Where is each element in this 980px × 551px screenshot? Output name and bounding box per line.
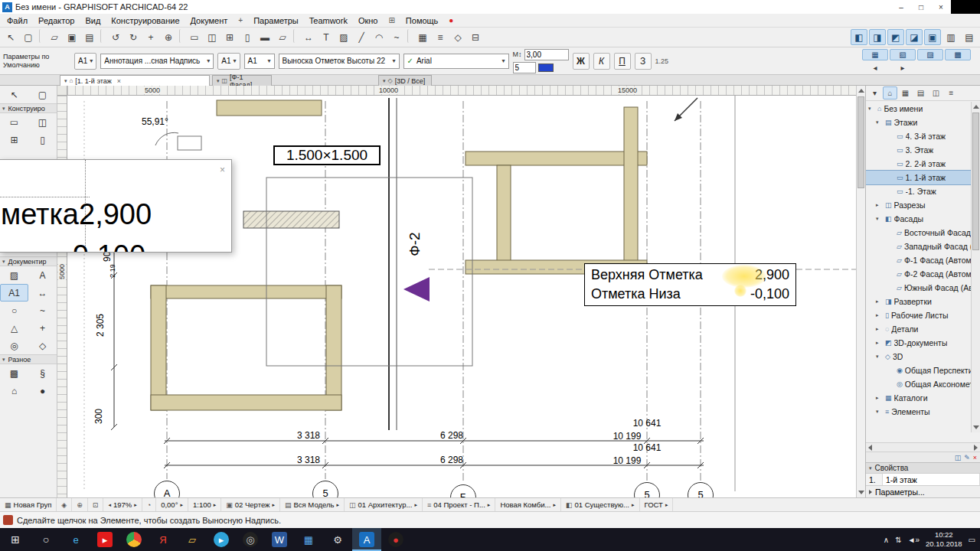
redo-icon[interactable]: ↻ <box>125 29 142 45</box>
tree-item[interactable]: ▭ 4. 3-й этаж <box>866 129 980 143</box>
expand-arrow-icon[interactable]: ▾ <box>876 354 883 360</box>
minimize-button[interactable]: – <box>891 0 911 14</box>
tree-item[interactable]: ▭ 3. Этаж <box>866 143 980 157</box>
tree-item[interactable]: ▸ ◨ Развертки <box>866 295 980 308</box>
arc-icon[interactable]: ◠ <box>371 29 387 45</box>
dropdown-arrow-icon[interactable]: ▸ <box>665 502 668 508</box>
tree-item[interactable]: ▱ Западный Фасад (А <box>866 240 980 253</box>
marquee-tool-icon[interactable]: ▢ <box>20 29 37 45</box>
circle-tool[interactable]: ○ <box>0 302 28 319</box>
column-tool[interactable]: ▯ <box>28 131 57 148</box>
design-menu[interactable]: Конструирование <box>106 14 185 28</box>
crosshair-icon[interactable]: + <box>233 14 248 28</box>
font-size-input[interactable] <box>524 49 569 60</box>
opt-view4-icon[interactable]: ▩ <box>945 49 971 60</box>
maximize-button[interactable]: □ <box>911 0 931 14</box>
camera-view-icon[interactable]: ▣ <box>924 29 941 45</box>
tree-item[interactable]: ◉ Общая Перспектива <box>866 364 980 377</box>
3d-view-icon[interactable]: ◪ <box>906 29 923 45</box>
nav-settings-icon[interactable]: ≡ <box>944 86 959 99</box>
tree-item[interactable]: ▾ ▤ Этажи <box>866 116 980 129</box>
dropdown-arrow-icon[interactable]: ▸ <box>553 502 556 508</box>
snap-icon[interactable]: ◇ <box>449 29 466 45</box>
scroll-left-icon[interactable] <box>868 445 872 451</box>
archicad-icon[interactable]: A <box>352 528 381 551</box>
navigator-scrollbar[interactable] <box>971 102 980 432</box>
zoom-icon[interactable]: ⊕ <box>160 29 177 45</box>
object-tool[interactable]: ⌂ <box>0 382 28 399</box>
dropdown-arrow-icon[interactable]: ▸ <box>180 502 183 508</box>
clock[interactable]: 10:22 20.10.2018 <box>926 530 962 549</box>
layout-book-icon[interactable]: ▤ <box>913 86 928 99</box>
tab-3d[interactable]: ▾ ◇ [3D / Все] <box>378 75 432 86</box>
properties-header[interactable]: ▾ Свойства <box>866 462 980 473</box>
standard-combo[interactable]: ГОСТ ▸ <box>640 498 674 512</box>
scroll-left-icon[interactable]: ◂ <box>862 62 888 73</box>
pan-icon[interactable]: + <box>142 29 159 45</box>
dropdown-arrow-icon[interactable]: ▸ <box>134 502 137 508</box>
document-menu[interactable]: Документ <box>185 14 234 28</box>
zoom-button[interactable]: ⊕ <box>72 498 88 512</box>
text-tool[interactable]: А <box>28 266 57 284</box>
tree-item[interactable]: ▱ Восточный Фасад (А <box>866 226 980 240</box>
expand-arrow-icon[interactable]: ▸ <box>876 298 883 305</box>
dropdown-arrow-icon[interactable]: ▸ <box>632 502 635 508</box>
capture-icon[interactable]: ● <box>381 528 410 551</box>
tree-item[interactable]: ▭ 1. 1-й этаж <box>866 171 980 184</box>
label-tool[interactable]: A1 <box>0 284 28 302</box>
tree-item[interactable]: ▾ ◇ 3D <box>866 350 980 364</box>
close-button[interactable]: × <box>931 0 951 14</box>
search-button[interactable]: ○ <box>31 528 61 551</box>
pen-color-swatch[interactable] <box>538 64 554 72</box>
pen-combination-combo[interactable]: Новая Комби... ▸ <box>495 498 561 512</box>
line-icon[interactable]: ╱ <box>353 29 370 45</box>
help-menu[interactable]: Помощь <box>400 14 444 28</box>
font-combo[interactable]: ✓ Arial ▾ <box>403 54 509 69</box>
grid-snap-icon[interactable]: ⊟ <box>467 29 484 45</box>
quick-layers-combo[interactable]: ▦ Новая Груп <box>0 498 57 512</box>
scrollbar-thumb[interactable] <box>972 112 979 250</box>
column-icon[interactable]: ▯ <box>239 29 256 45</box>
camera-tool[interactable]: ◎ <box>0 337 28 354</box>
door-icon[interactable]: ◫ <box>204 29 220 45</box>
size-label[interactable]: 1.500×1.500 <box>273 145 381 165</box>
close-icon[interactable]: × <box>117 77 121 85</box>
window-menu[interactable]: Окно <box>353 14 384 28</box>
fill-tool[interactable]: ▨ <box>0 266 28 284</box>
chevron-down-icon[interactable]: ▾ <box>64 78 67 84</box>
default-settings-label[interactable]: Параметры по Умолчанию <box>3 53 70 69</box>
expand-arrow-icon[interactable]: ▾ <box>876 119 883 126</box>
close-icon[interactable]: × <box>220 165 225 175</box>
publisher-icon[interactable]: ◫ <box>929 86 943 99</box>
save-icon[interactable]: ▣ <box>64 29 80 45</box>
window-tool[interactable]: ⊞ <box>0 131 28 148</box>
chevron-down-icon[interactable]: ▾ <box>217 78 220 84</box>
edge-icon[interactable]: e <box>61 528 90 551</box>
doc-view-icon[interactable]: ▤ <box>961 29 978 45</box>
scroll-right-icon[interactable]: ▸ <box>890 62 916 73</box>
arrow-tool-icon[interactable]: ↖ <box>2 29 19 45</box>
scrollbar-thumb[interactable] <box>858 96 864 188</box>
tree-item[interactable]: ▸ ▯ Рабочие Листы <box>866 308 980 322</box>
scale-combo[interactable]: 1:100 ▸ <box>188 498 221 512</box>
dropdown-arrow-icon[interactable]: ▸ <box>272 502 275 508</box>
action-center-icon[interactable]: ▭ <box>969 536 975 544</box>
zone-tool[interactable]: ▩ <box>0 364 28 382</box>
section-tool[interactable]: § <box>28 364 57 382</box>
section-view-icon[interactable]: ◨ <box>869 29 886 45</box>
current-story-row[interactable]: 1. 1-й этаж <box>866 473 980 485</box>
expand-arrow-icon[interactable]: ▸ <box>876 340 883 346</box>
scroll-down-icon[interactable] <box>858 491 864 494</box>
start-button[interactable]: ⊞ <box>0 528 31 551</box>
parameters-row[interactable]: Параметры... <box>866 485 980 497</box>
edit-icon[interactable]: ✎ <box>964 454 970 461</box>
youtube-icon[interactable]: ▸ <box>90 528 119 551</box>
marker-combo[interactable]: A1 ▾ <box>244 54 275 69</box>
expand-arrow-icon[interactable]: ▸ <box>876 312 883 318</box>
element-type-combo[interactable]: Аннотация ...сная Надпись ▾ <box>100 54 214 69</box>
expand-arrow-icon[interactable]: ▸ <box>876 395 883 401</box>
tab-floor-plan[interactable]: ▾ ⌂ [1. 1-й этаж × <box>60 75 210 86</box>
favorites-button[interactable]: A1 ▾ <box>74 53 96 70</box>
tree-item[interactable]: ◎ Общая Аксонометр... <box>866 377 980 391</box>
edit-menu[interactable]: Редактор <box>33 14 80 28</box>
